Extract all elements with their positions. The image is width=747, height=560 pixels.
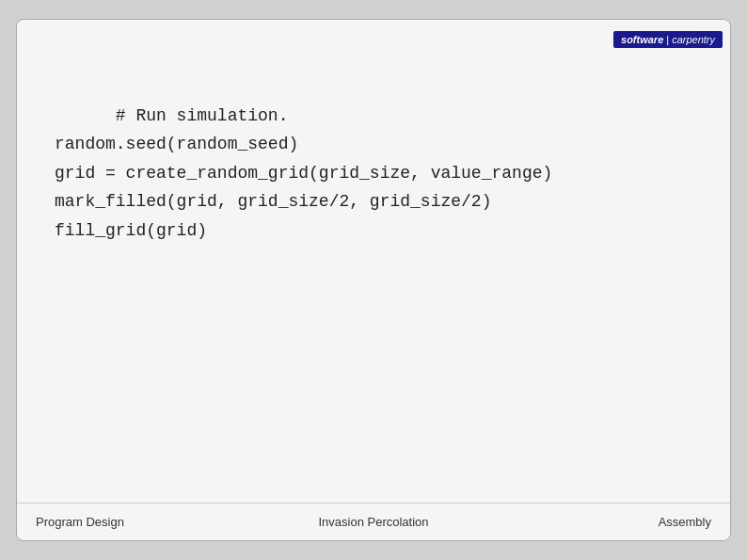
code-line-1: # Run simulation.	[116, 106, 289, 125]
logo: software | carpentry	[613, 31, 723, 48]
code-line-2: random.seed(random_seed)	[55, 135, 298, 153]
slide-header: software | carpentry	[17, 20, 730, 54]
code-line-3: grid = create_random_grid(grid_size, val…	[55, 164, 552, 183]
code-line-4: mark_filled(grid, grid_size/2, grid_size…	[55, 192, 491, 211]
logo-divider: |	[666, 34, 669, 45]
logo-software: software	[621, 34, 663, 45]
slide-content: # Run simulation. random.seed(random_see…	[17, 54, 730, 503]
footer-left: Program Design	[36, 515, 261, 529]
footer-right: Assembly	[486, 515, 711, 529]
logo-carpentry: carpentry	[672, 34, 715, 45]
slide-footer: Program Design Invasion Percolation Asse…	[17, 503, 730, 540]
code-line-5: fill_grid(grid)	[55, 221, 207, 240]
code-block: # Run simulation. random.seed(random_see…	[55, 72, 702, 274]
slide: software | carpentry # Run simulation. r…	[16, 19, 731, 541]
footer-center: Invasion Percolation	[261, 515, 485, 529]
